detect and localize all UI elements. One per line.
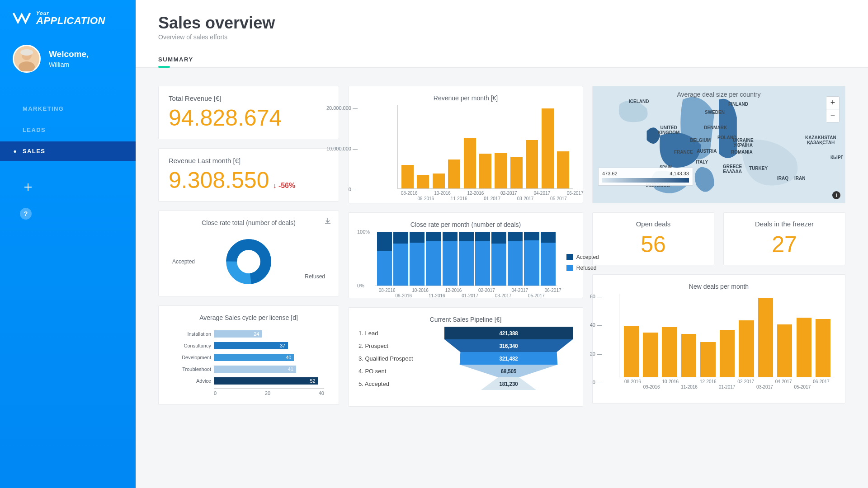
user-block: Welcome, William <box>0 35 136 93</box>
bar[interactable] <box>401 165 414 188</box>
stack-chart: 100%0% <box>375 232 557 286</box>
bar[interactable] <box>510 157 523 188</box>
header: Sales overview Overview of sales efforts… <box>136 0 868 68</box>
card-freezer: Deals in the freezer 27 <box>723 212 845 265</box>
total-revenue-value: 94.828.674 <box>169 106 329 131</box>
rev-month-title: Revenue per month [€] <box>359 94 573 102</box>
stack-col[interactable] <box>410 232 425 286</box>
bar[interactable] <box>542 108 554 188</box>
map-zoom-out-button[interactable]: − <box>826 109 839 122</box>
bar[interactable] <box>797 318 811 377</box>
hbar[interactable]: 24 <box>214 330 262 338</box>
help-button[interactable]: ? <box>20 208 32 220</box>
avatar[interactable] <box>13 45 41 73</box>
stack-col[interactable] <box>508 232 523 286</box>
stack-col[interactable] <box>475 232 490 286</box>
bar[interactable] <box>479 154 491 188</box>
bar[interactable] <box>777 324 792 377</box>
hbar[interactable]: 41 <box>214 366 296 373</box>
card-new-deals: New deals per month 60 —40 —20 —0 — 08-2… <box>592 274 845 404</box>
map-legend: 473.624,143.33 <box>598 168 693 186</box>
svg-text:181,230: 181,230 <box>499 381 518 387</box>
card-total-revenue: Total Revenue [€] 94.828.674 <box>158 86 339 139</box>
svg-text:321,482: 321,482 <box>499 356 518 361</box>
bar[interactable] <box>720 330 735 377</box>
bar[interactable] <box>448 160 460 188</box>
hbar-chart: Installation24Consultancy37Development40… <box>169 325 329 396</box>
stack-col[interactable] <box>426 232 441 286</box>
rev-lastmonth-title: Revenue Last month [€] <box>169 157 329 164</box>
stack-col[interactable] <box>443 232 458 286</box>
welcome-label: Welcome, <box>49 49 89 59</box>
bar[interactable] <box>417 175 429 188</box>
hbar[interactable]: 52 <box>214 377 318 385</box>
map-zoom-in-button[interactable]: + <box>826 97 839 109</box>
pipeline-title: Current Sales Pipeline [€] <box>359 316 573 323</box>
logo-app-name: APPLICATION <box>36 16 105 26</box>
total-revenue-title: Total Revenue [€] <box>169 94 329 102</box>
map-attribution-icon[interactable]: i <box>832 191 840 199</box>
stack-col[interactable] <box>541 232 556 286</box>
card-avg-sales-cycle: Average Sales cycle per license [d] Inst… <box>158 305 339 405</box>
sidebar: Your APPLICATION Welcome, William MARKET… <box>0 0 136 488</box>
bar[interactable] <box>700 342 715 377</box>
rev-bars <box>397 105 573 189</box>
stack-col[interactable] <box>393 232 408 286</box>
nav-item-leads[interactable]: LEADS <box>0 120 136 140</box>
bar[interactable] <box>681 334 696 377</box>
page-title: Sales overview <box>158 14 845 33</box>
avg-cycle-title: Average Sales cycle per license [d] <box>169 314 329 321</box>
donut-label-refused: Refused <box>305 273 325 280</box>
logo: Your APPLICATION <box>0 0 136 35</box>
close-rate-month-title: Close rate per month (number of deals) <box>359 221 573 228</box>
stack-col[interactable] <box>377 232 392 286</box>
main: Sales overview Overview of sales efforts… <box>136 0 868 488</box>
rev-lastmonth-delta: ↓ -56% <box>273 182 295 190</box>
tab-summary[interactable]: SUMMARY <box>158 52 193 67</box>
user-name: William <box>49 61 89 68</box>
bar[interactable] <box>526 140 538 188</box>
nav-item-marketing[interactable]: MARKETING <box>0 99 136 118</box>
bar[interactable] <box>739 320 754 377</box>
svg-text:316,340: 316,340 <box>499 343 518 349</box>
donut-label-accepted: Accepted <box>172 258 195 265</box>
card-open-deals: Open deals 56 <box>592 212 714 265</box>
stack-col[interactable] <box>491 232 506 286</box>
bar[interactable] <box>624 326 639 377</box>
logo-icon <box>13 11 31 26</box>
svg-text:68,505: 68,505 <box>501 368 517 374</box>
bar[interactable] <box>464 138 476 188</box>
tabs: SUMMARY <box>158 52 845 67</box>
bar[interactable] <box>495 153 507 188</box>
bar[interactable] <box>816 319 830 377</box>
nav-item-sales[interactable]: SALES <box>0 141 136 161</box>
hbar[interactable]: 37 <box>214 342 288 349</box>
card-revenue-per-month: Revenue per month [€] 20.000.000 —10.000… <box>348 86 583 203</box>
funnel-chart: 421,388316,340321,48268,505181,230 <box>444 327 573 390</box>
bar[interactable] <box>433 174 445 188</box>
download-icon[interactable] <box>324 217 331 226</box>
map-zoom: + − <box>826 96 840 122</box>
arrow-down-icon: ↓ <box>273 182 276 189</box>
stack-x-axis: 08-201609-201610-201611-201612-201601-20… <box>375 286 557 293</box>
nav: MARKETING LEADS SALES <box>0 99 136 161</box>
bar[interactable] <box>758 298 773 377</box>
stack-col[interactable] <box>524 232 539 286</box>
freezer-title: Deals in the freezer <box>731 220 838 228</box>
hbar[interactable]: 40 <box>214 354 294 361</box>
newdeals-title: New deals per month <box>603 283 835 290</box>
open-deals-value: 56 <box>600 231 707 258</box>
swatch-accepted <box>566 254 573 260</box>
stack-col[interactable] <box>459 232 474 286</box>
rev-lastmonth-value: 9.308.550 <box>169 168 269 193</box>
newdeals-y-axis: 60 —40 —20 —0 — <box>590 294 602 385</box>
rev-y-axis: 20.000.000 —10.000.000 —0 — <box>321 105 358 192</box>
card-map: Average deal size per country <box>592 86 845 203</box>
freezer-value: 27 <box>731 231 838 258</box>
add-button[interactable] <box>20 179 36 195</box>
bar[interactable] <box>643 333 658 377</box>
bar[interactable] <box>662 327 677 377</box>
bar[interactable] <box>557 151 569 188</box>
close-rate-total-title: Close rate total (number of deals) <box>169 219 329 226</box>
open-deals-title: Open deals <box>600 220 707 228</box>
